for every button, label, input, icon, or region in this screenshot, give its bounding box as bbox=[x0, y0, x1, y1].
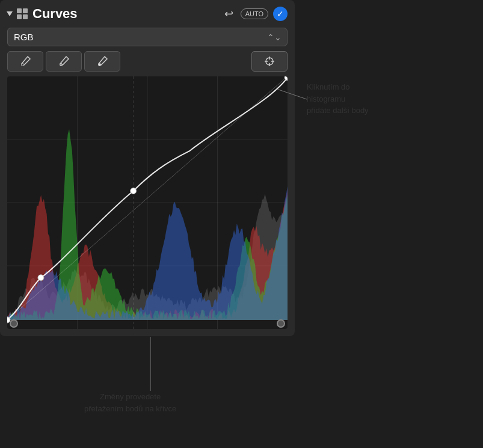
white-point-eyedropper-button[interactable] bbox=[84, 51, 120, 72]
undo-button[interactable]: ↩ bbox=[222, 6, 236, 22]
gray-point-eyedropper-button[interactable] bbox=[46, 51, 82, 72]
white-point-handle[interactable] bbox=[277, 319, 285, 328]
curves-panel: Curves ↩ AUTO ✓ RGB Red Green Blue Lumin… bbox=[0, 0, 295, 336]
annotation-right: Kliknutím do histogramu přidáte další bo… bbox=[307, 81, 369, 117]
panel-title: Curves bbox=[32, 6, 217, 22]
add-point-button[interactable] bbox=[251, 51, 288, 72]
tools-row bbox=[7, 51, 288, 72]
annotation-bottom-text: Změny provedete přetažením bodů na křivc… bbox=[84, 391, 176, 414]
histogram-canvas bbox=[7, 76, 288, 329]
annotation-right-text: Kliknutím do histogramu přidáte další bo… bbox=[307, 81, 369, 117]
black-point-eyedropper-button[interactable] bbox=[7, 51, 43, 72]
collapse-icon[interactable] bbox=[7, 11, 13, 16]
crosshair-icon bbox=[263, 55, 275, 67]
panel-header: Curves ↩ AUTO ✓ bbox=[7, 6, 288, 22]
channel-selector-row: RGB Red Green Blue Luminance ⌃⌄ bbox=[7, 28, 288, 46]
auto-button[interactable]: AUTO bbox=[241, 8, 268, 19]
grid-icon bbox=[17, 8, 28, 19]
range-handles bbox=[7, 318, 288, 329]
gray-eyedropper-icon bbox=[58, 55, 70, 67]
channel-selector-wrapper: RGB Red Green Blue Luminance ⌃⌄ bbox=[7, 28, 288, 46]
channel-selector[interactable]: RGB Red Green Blue Luminance bbox=[7, 28, 288, 46]
check-icon: ✓ bbox=[277, 9, 284, 19]
black-eyedropper-icon bbox=[19, 55, 31, 67]
curves-histogram-area[interactable] bbox=[7, 76, 288, 329]
black-point-handle[interactable] bbox=[10, 319, 18, 328]
svg-point-1 bbox=[60, 64, 63, 66]
confirm-button[interactable]: ✓ bbox=[273, 7, 288, 21]
white-eyedropper-icon bbox=[96, 55, 108, 67]
svg-point-0 bbox=[22, 64, 24, 66]
annotation-bottom: Změny provedete přetažením bodů na křivc… bbox=[84, 391, 176, 414]
svg-point-2 bbox=[99, 64, 101, 66]
